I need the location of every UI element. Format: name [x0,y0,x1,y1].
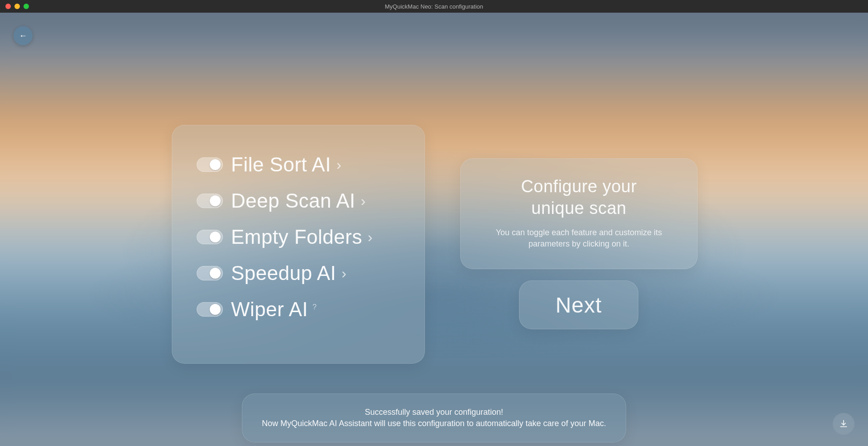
feature-text: Speedup AI [231,262,336,285]
features-panel: File Sort AI › Deep Scan AI › Empty Fold… [172,125,425,364]
toggle-knob [210,159,221,170]
title-bar: MyQuickMac Neo: Scan configuration [0,0,868,13]
toggle-empty-folders[interactable] [197,230,223,244]
feature-deep-scan[interactable]: Deep Scan AI › [197,190,400,212]
info-title-line1: Configure your [521,177,637,196]
feature-label: Empty Folders › [231,226,373,248]
question-mark-icon: ? [312,303,316,311]
feature-text: Wiper AI [231,298,308,321]
chevron-right-icon: › [336,157,341,173]
info-description: You can toggle each feature and customiz… [480,227,678,250]
background-blur [0,13,868,446]
feature-text: Deep Scan AI [231,190,355,212]
toast-line2: Now MyQuickMac AI Assistant will use thi… [260,419,608,428]
back-button[interactable]: ← [14,26,33,45]
download-icon [839,419,849,429]
chevron-right-icon: › [342,265,347,282]
feature-label: Speedup AI › [231,262,347,285]
toggle-wiper[interactable] [197,302,223,317]
window-title: MyQuickMac Neo: Scan configuration [385,3,483,10]
feature-text: File Sort AI [231,153,331,176]
toggle-speedup[interactable] [197,266,223,280]
maximize-window-button[interactable] [24,4,29,9]
chevron-right-icon: › [361,193,366,209]
feature-text: Empty Folders [231,226,362,248]
close-window-button[interactable] [5,4,11,9]
feature-wiper[interactable]: Wiper AI ? [197,298,400,321]
toast-line1: Successfully saved your configuration! [260,408,608,417]
minimize-window-button[interactable] [14,4,20,9]
toggle-knob [210,304,221,315]
feature-label: Wiper AI ? [231,298,317,321]
feature-label: Deep Scan AI › [231,190,366,212]
toggle-file-sort[interactable] [197,157,223,172]
info-title-line2: unique scan [531,199,626,218]
toggle-knob [210,232,221,242]
toggle-knob [210,268,221,279]
download-button[interactable] [833,413,854,435]
feature-speedup[interactable]: Speedup AI › [197,262,400,285]
feature-label: File Sort AI › [231,153,341,176]
feature-empty-folders[interactable]: Empty Folders › [197,226,400,248]
next-button[interactable]: Next [519,280,638,329]
main-area: ← File Sort AI › Deep Scan AI › [0,13,868,446]
back-arrow-icon: ← [19,31,27,41]
toggle-deep-scan[interactable] [197,194,223,208]
info-panel: Configure your unique scan You can toggl… [460,158,698,269]
info-title: Configure your unique scan [480,176,678,219]
toggle-knob [210,195,221,206]
next-button-label: Next [556,293,602,318]
chevron-right-icon: › [368,229,373,246]
feature-file-sort[interactable]: File Sort AI › [197,153,400,176]
toast-notification: Successfully saved your configuration! N… [242,394,626,442]
traffic-lights [5,4,29,9]
